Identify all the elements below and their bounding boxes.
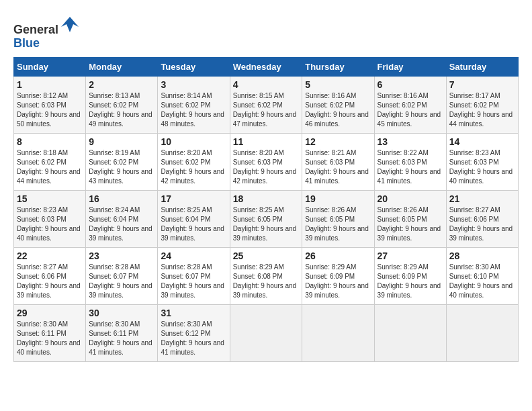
weekday-header-wednesday: Wednesday bbox=[230, 57, 302, 76]
calendar-cell bbox=[302, 304, 374, 361]
day-number: 4 bbox=[233, 79, 300, 90]
page-header: General Blue bbox=[13, 13, 519, 50]
day-number: 6 bbox=[378, 79, 443, 90]
week-row: 8Sunrise: 8:18 AMSunset: 6:02 PMDaylight… bbox=[14, 133, 519, 190]
calendar-body: 1Sunrise: 8:12 AMSunset: 6:03 PMDaylight… bbox=[14, 76, 519, 361]
calendar-cell bbox=[374, 304, 446, 361]
day-info: Sunrise: 8:30 AMSunset: 6:10 PMDaylight:… bbox=[449, 263, 515, 300]
calendar-cell: 5Sunrise: 8:16 AMSunset: 6:02 PMDaylight… bbox=[302, 76, 374, 133]
weekday-header-saturday: Saturday bbox=[446, 57, 518, 76]
weekday-header-tuesday: Tuesday bbox=[158, 57, 230, 76]
week-row: 22Sunrise: 8:27 AMSunset: 6:06 PMDayligh… bbox=[14, 247, 519, 304]
weekday-header-sunday: Sunday bbox=[14, 57, 86, 76]
calendar-cell: 9Sunrise: 8:19 AMSunset: 6:02 PMDaylight… bbox=[86, 133, 158, 190]
calendar-cell: 31Sunrise: 8:30 AMSunset: 6:12 PMDayligh… bbox=[158, 304, 230, 361]
calendar-cell: 17Sunrise: 8:25 AMSunset: 6:04 PMDayligh… bbox=[158, 190, 230, 247]
day-number: 18 bbox=[233, 193, 300, 204]
day-number: 22 bbox=[17, 250, 83, 261]
calendar-cell: 24Sunrise: 8:28 AMSunset: 6:07 PMDayligh… bbox=[158, 247, 230, 304]
calendar-cell: 8Sunrise: 8:18 AMSunset: 6:02 PMDaylight… bbox=[14, 133, 86, 190]
day-number: 1 bbox=[17, 79, 83, 90]
calendar-cell bbox=[446, 304, 518, 361]
day-number: 24 bbox=[161, 250, 226, 261]
day-number: 21 bbox=[449, 193, 515, 204]
day-number: 2 bbox=[89, 79, 154, 90]
calendar-cell: 10Sunrise: 8:20 AMSunset: 6:02 PMDayligh… bbox=[158, 133, 230, 190]
day-info: Sunrise: 8:16 AMSunset: 6:02 PMDaylight:… bbox=[378, 91, 443, 129]
week-row: 29Sunrise: 8:30 AMSunset: 6:11 PMDayligh… bbox=[14, 304, 519, 361]
calendar-cell: 13Sunrise: 8:22 AMSunset: 6:03 PMDayligh… bbox=[374, 133, 446, 190]
day-number: 20 bbox=[378, 193, 443, 204]
calendar-cell: 2Sunrise: 8:13 AMSunset: 6:02 PMDaylight… bbox=[86, 76, 158, 133]
weekday-header-thursday: Thursday bbox=[302, 57, 374, 76]
calendar-cell: 29Sunrise: 8:30 AMSunset: 6:11 PMDayligh… bbox=[14, 304, 86, 361]
calendar-cell: 1Sunrise: 8:12 AMSunset: 6:03 PMDaylight… bbox=[14, 76, 86, 133]
day-info: Sunrise: 8:29 AMSunset: 6:08 PMDaylight:… bbox=[233, 263, 300, 300]
day-info: Sunrise: 8:27 AMSunset: 6:06 PMDaylight:… bbox=[449, 205, 515, 243]
calendar-cell: 25Sunrise: 8:29 AMSunset: 6:08 PMDayligh… bbox=[230, 247, 302, 304]
day-info: Sunrise: 8:21 AMSunset: 6:03 PMDaylight:… bbox=[305, 148, 371, 186]
day-number: 17 bbox=[161, 193, 226, 204]
weekday-header-friday: Friday bbox=[374, 57, 446, 76]
day-number: 5 bbox=[305, 79, 371, 90]
day-info: Sunrise: 8:27 AMSunset: 6:06 PMDaylight:… bbox=[17, 263, 83, 300]
day-info: Sunrise: 8:18 AMSunset: 6:02 PMDaylight:… bbox=[17, 148, 83, 186]
calendar-cell: 12Sunrise: 8:21 AMSunset: 6:03 PMDayligh… bbox=[302, 133, 374, 190]
day-info: Sunrise: 8:29 AMSunset: 6:09 PMDaylight:… bbox=[378, 263, 443, 300]
calendar-cell: 27Sunrise: 8:29 AMSunset: 6:09 PMDayligh… bbox=[374, 247, 446, 304]
day-info: Sunrise: 8:26 AMSunset: 6:05 PMDaylight:… bbox=[305, 205, 371, 243]
day-number: 30 bbox=[89, 308, 154, 318]
day-number: 23 bbox=[89, 250, 154, 261]
week-row: 1Sunrise: 8:12 AMSunset: 6:03 PMDaylight… bbox=[14, 76, 519, 133]
calendar-cell: 26Sunrise: 8:29 AMSunset: 6:09 PMDayligh… bbox=[302, 247, 374, 304]
calendar-cell: 16Sunrise: 8:24 AMSunset: 6:04 PMDayligh… bbox=[86, 190, 158, 247]
day-number: 12 bbox=[305, 136, 371, 147]
day-number: 25 bbox=[233, 250, 300, 261]
day-number: 16 bbox=[89, 193, 154, 204]
day-info: Sunrise: 8:30 AMSunset: 6:11 PMDaylight:… bbox=[89, 320, 154, 357]
calendar-cell: 23Sunrise: 8:28 AMSunset: 6:07 PMDayligh… bbox=[86, 247, 158, 304]
day-info: Sunrise: 8:25 AMSunset: 6:04 PMDaylight:… bbox=[161, 205, 226, 243]
day-number: 15 bbox=[17, 193, 83, 204]
calendar-header: SundayMondayTuesdayWednesdayThursdayFrid… bbox=[14, 57, 519, 76]
day-number: 28 bbox=[449, 250, 515, 261]
day-info: Sunrise: 8:16 AMSunset: 6:02 PMDaylight:… bbox=[305, 91, 371, 129]
calendar-cell: 11Sunrise: 8:20 AMSunset: 6:03 PMDayligh… bbox=[230, 133, 302, 190]
calendar-cell: 20Sunrise: 8:26 AMSunset: 6:05 PMDayligh… bbox=[374, 190, 446, 247]
calendar-cell: 19Sunrise: 8:26 AMSunset: 6:05 PMDayligh… bbox=[302, 190, 374, 247]
day-number: 31 bbox=[161, 308, 226, 318]
calendar-cell: 22Sunrise: 8:27 AMSunset: 6:06 PMDayligh… bbox=[14, 247, 86, 304]
day-info: Sunrise: 8:24 AMSunset: 6:04 PMDaylight:… bbox=[89, 205, 154, 243]
day-info: Sunrise: 8:20 AMSunset: 6:02 PMDaylight:… bbox=[161, 148, 226, 186]
calendar-table: SundayMondayTuesdayWednesdayThursdayFrid… bbox=[13, 57, 519, 362]
day-info: Sunrise: 8:23 AMSunset: 6:03 PMDaylight:… bbox=[17, 205, 83, 243]
calendar-cell: 15Sunrise: 8:23 AMSunset: 6:03 PMDayligh… bbox=[14, 190, 86, 247]
calendar-cell: 28Sunrise: 8:30 AMSunset: 6:10 PMDayligh… bbox=[446, 247, 518, 304]
calendar-cell: 30Sunrise: 8:30 AMSunset: 6:11 PMDayligh… bbox=[86, 304, 158, 361]
day-info: Sunrise: 8:29 AMSunset: 6:09 PMDaylight:… bbox=[305, 263, 371, 300]
day-info: Sunrise: 8:23 AMSunset: 6:03 PMDaylight:… bbox=[449, 148, 515, 186]
svg-marker-0 bbox=[61, 17, 79, 32]
logo-bird-icon bbox=[60, 13, 80, 34]
logo-general: General bbox=[13, 23, 58, 36]
day-number: 11 bbox=[233, 136, 300, 147]
day-info: Sunrise: 8:30 AMSunset: 6:12 PMDaylight:… bbox=[161, 320, 226, 357]
calendar-cell: 6Sunrise: 8:16 AMSunset: 6:02 PMDaylight… bbox=[374, 76, 446, 133]
weekday-header-monday: Monday bbox=[86, 57, 158, 76]
calendar-cell bbox=[230, 304, 302, 361]
day-number: 26 bbox=[305, 250, 371, 261]
day-number: 9 bbox=[89, 136, 154, 147]
header-row: SundayMondayTuesdayWednesdayThursdayFrid… bbox=[14, 57, 519, 76]
day-info: Sunrise: 8:26 AMSunset: 6:05 PMDaylight:… bbox=[378, 205, 443, 243]
day-info: Sunrise: 8:28 AMSunset: 6:07 PMDaylight:… bbox=[89, 263, 154, 300]
day-number: 3 bbox=[161, 79, 226, 90]
day-number: 8 bbox=[17, 136, 83, 147]
calendar-cell: 4Sunrise: 8:15 AMSunset: 6:02 PMDaylight… bbox=[230, 76, 302, 133]
calendar-cell: 7Sunrise: 8:17 AMSunset: 6:02 PMDaylight… bbox=[446, 76, 518, 133]
calendar-cell: 18Sunrise: 8:25 AMSunset: 6:05 PMDayligh… bbox=[230, 190, 302, 247]
day-info: Sunrise: 8:19 AMSunset: 6:02 PMDaylight:… bbox=[89, 148, 154, 186]
calendar-cell: 21Sunrise: 8:27 AMSunset: 6:06 PMDayligh… bbox=[446, 190, 518, 247]
day-info: Sunrise: 8:12 AMSunset: 6:03 PMDaylight:… bbox=[17, 91, 83, 129]
day-info: Sunrise: 8:22 AMSunset: 6:03 PMDaylight:… bbox=[378, 148, 443, 186]
calendar-cell: 14Sunrise: 8:23 AMSunset: 6:03 PMDayligh… bbox=[446, 133, 518, 190]
